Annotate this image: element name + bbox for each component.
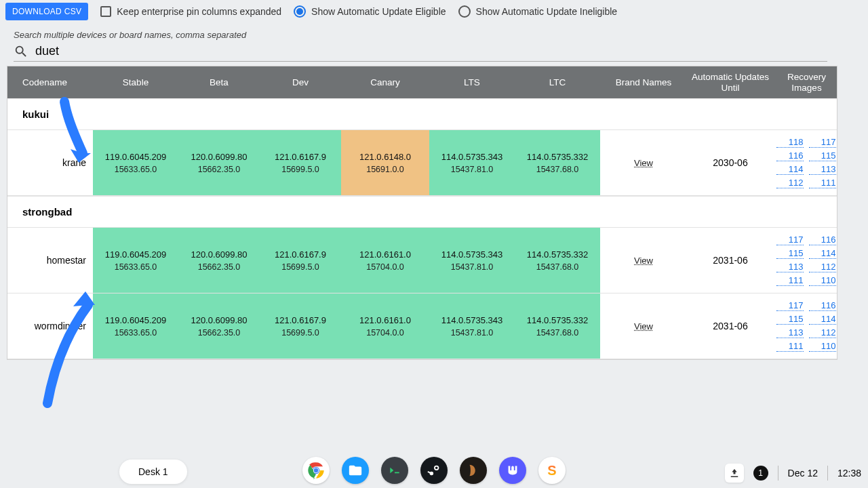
version-cell: 120.0.6099.8015662.35.0 <box>178 293 260 359</box>
version-cell: 121.0.6161.015704.0.0 <box>341 228 429 293</box>
recovery-image-link[interactable]: 118 <box>776 137 804 148</box>
brand-names-cell: View <box>600 293 687 359</box>
column-header[interactable]: LTC <box>515 66 600 98</box>
recovery-image-link[interactable]: 113 <box>776 262 804 272</box>
version-cell: 119.0.6045.20915633.65.0 <box>93 130 178 195</box>
recovery-image-link[interactable]: 117 <box>809 137 836 148</box>
eol-cell: 2031-06 <box>687 228 774 293</box>
checkbox-icon <box>100 6 111 17</box>
recovery-image-link[interactable]: 112 <box>809 262 836 272</box>
recovery-image-link[interactable]: 114 <box>776 164 804 175</box>
svg-point-5 <box>435 467 438 470</box>
table-row: wormdingler119.0.6045.20915633.65.0120.0… <box>7 293 837 359</box>
brand-names-cell: View <box>600 228 687 293</box>
recovery-image-link[interactable]: 114 <box>809 248 836 259</box>
table-row: homestar119.0.6045.20915633.65.0120.0.60… <box>7 228 837 293</box>
steam-icon[interactable] <box>420 457 448 484</box>
version-cell: 114.0.5735.34315437.81.0 <box>429 228 515 293</box>
recovery-images-cell: 117116115114113112111110 <box>774 228 838 293</box>
recovery-image-link[interactable]: 114 <box>809 314 836 325</box>
recovery-image-link[interactable]: 116 <box>776 150 804 161</box>
column-header[interactable]: Recovery Images <box>774 66 838 98</box>
taskbar-time[interactable]: 12:38 <box>837 468 861 479</box>
recovery-image-link[interactable]: 110 <box>809 341 836 352</box>
recovery-image-link[interactable]: 113 <box>809 164 836 175</box>
mastodon-icon[interactable] <box>499 457 526 484</box>
download-csv-button[interactable]: DOWNLOAD CSV <box>5 3 88 20</box>
eol-cell: 2031-06 <box>687 293 774 359</box>
table-row: krane119.0.6045.20915633.65.0120.0.6099.… <box>7 130 837 196</box>
recovery-image-link[interactable]: 117 <box>776 300 804 311</box>
column-header[interactable]: Canary <box>341 66 429 98</box>
chrome-icon[interactable] <box>302 457 330 484</box>
column-header[interactable]: Stable <box>93 66 178 98</box>
radio-label: Show Automatic Update Eligible <box>311 6 446 17</box>
version-cell: 114.0.5735.34315437.81.0 <box>429 130 515 195</box>
column-header[interactable]: LTS <box>429 66 515 98</box>
recovery-image-link[interactable]: 112 <box>776 178 804 188</box>
radio-update-eligible[interactable]: Show Automatic Update Eligible <box>294 5 446 18</box>
dbeaver-icon[interactable] <box>460 457 487 484</box>
version-cell: 121.0.6167.915699.5.0 <box>260 130 341 195</box>
recovery-image-link[interactable]: 113 <box>776 327 804 338</box>
svg-point-3 <box>314 468 318 472</box>
radio-update-ineligible[interactable]: Show Automatic Update Ineligible <box>458 5 618 18</box>
recovery-image-link[interactable]: 111 <box>776 341 804 352</box>
version-cell: 121.0.6167.915699.5.0 <box>260 293 341 359</box>
checkbox-label: Keep enterprise pin columns expanded <box>117 6 281 17</box>
search-input[interactable] <box>35 43 827 60</box>
column-header[interactable]: Automatic Updates Until <box>687 66 774 98</box>
codename-cell: krane <box>7 130 93 195</box>
column-header[interactable]: Beta <box>178 66 260 98</box>
codename-cell: homestar <box>7 228 93 293</box>
brand-names-cell: View <box>600 130 687 195</box>
recovery-image-link[interactable]: 112 <box>809 327 836 338</box>
recovery-image-link[interactable]: 115 <box>776 314 804 325</box>
column-header[interactable]: Brand Names <box>600 66 687 98</box>
version-cell: 114.0.5735.34315437.81.0 <box>429 293 515 359</box>
version-cell: 119.0.6045.20915633.65.0 <box>93 293 178 359</box>
version-cell: 121.0.6167.915699.5.0 <box>260 228 341 293</box>
view-brand-names-link[interactable]: View <box>634 256 653 266</box>
eol-cell: 2030-06 <box>687 130 774 195</box>
board-group-heading: kukui <box>7 98 837 130</box>
view-brand-names-link[interactable]: View <box>634 321 653 331</box>
notification-badge[interactable]: 1 <box>753 466 768 481</box>
download-tray-icon[interactable] <box>725 464 744 483</box>
recovery-image-link[interactable]: 115 <box>809 150 836 161</box>
version-cell: 119.0.6045.20915633.65.0 <box>93 228 178 293</box>
recovery-image-link[interactable]: 115 <box>776 248 804 259</box>
recovery-images-cell: 117116115114113112111110 <box>774 293 838 359</box>
radio-icon <box>458 5 471 18</box>
version-cell: 121.0.6161.015704.0.0 <box>341 293 429 359</box>
app-icon[interactable]: S <box>538 457 566 484</box>
column-header[interactable]: Dev <box>260 66 341 98</box>
keep-expanded-checkbox[interactable]: Keep enterprise pin columns expanded <box>100 6 281 17</box>
recovery-image-link[interactable]: 110 <box>809 275 836 286</box>
version-cell: 114.0.5735.33215437.68.0 <box>515 130 600 195</box>
version-cell: 120.0.6099.8015662.35.0 <box>178 228 260 293</box>
files-icon[interactable] <box>342 457 369 484</box>
column-header[interactable]: Codename <box>7 66 93 98</box>
version-cell: 121.0.6148.015691.0.0 <box>341 130 429 195</box>
taskbar-date[interactable]: Dec 12 <box>788 468 818 479</box>
radio-icon <box>294 5 306 18</box>
releases-table: CodenameStableBetaDevCanaryLTSLTCBrand N… <box>7 66 837 360</box>
recovery-image-link[interactable]: 117 <box>776 235 804 245</box>
desk-switcher[interactable]: Desk 1 <box>119 460 187 484</box>
recovery-image-link[interactable]: 111 <box>776 275 804 286</box>
version-cell: 114.0.5735.33215437.68.0 <box>515 228 600 293</box>
codename-cell: wormdingler <box>7 293 93 359</box>
terminal-icon[interactable] <box>381 457 408 484</box>
search-hint: Search multiple devices or board names, … <box>14 30 854 40</box>
recovery-image-link[interactable]: 116 <box>809 300 836 311</box>
version-cell: 114.0.5735.33215437.68.0 <box>515 293 600 359</box>
recovery-image-link[interactable]: 116 <box>809 235 836 245</box>
view-brand-names-link[interactable]: View <box>634 158 653 168</box>
board-group-heading: strongbad <box>7 196 837 228</box>
version-cell: 120.0.6099.8015662.35.0 <box>178 130 260 195</box>
search-icon <box>14 44 28 59</box>
radio-label: Show Automatic Update Ineligible <box>476 6 618 17</box>
recovery-image-link[interactable]: 111 <box>809 178 836 188</box>
recovery-images-cell: 118117116115114113112111 <box>774 130 838 195</box>
